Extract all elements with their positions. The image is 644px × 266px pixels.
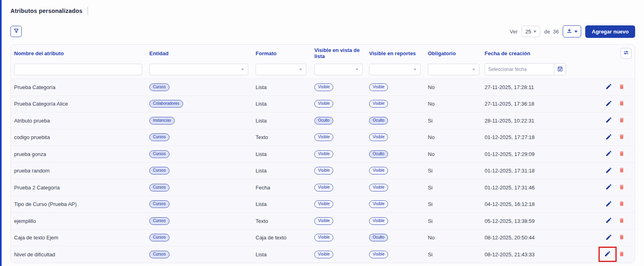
table-row: Atributo pruebaInstanciasListaOcultoOcul…	[11, 112, 635, 129]
table-row: Nivel de dificultadCursosListaVisibleVis…	[11, 246, 635, 263]
created-date-cell: 08-12-2025, 20:50:44	[485, 235, 594, 241]
delete-button[interactable]	[617, 99, 626, 109]
delete-button[interactable]	[617, 166, 626, 176]
edit-button[interactable]	[604, 99, 613, 109]
chevron-down-icon	[473, 69, 475, 70]
attribute-name-cell: Atributo prueba	[14, 118, 149, 124]
entity-badge: Cursos	[149, 83, 169, 91]
chevron-down-icon	[242, 69, 244, 70]
mandatory-cell: Si	[428, 185, 485, 191]
edit-button[interactable]	[604, 82, 613, 92]
page-size-value: 25	[525, 29, 531, 35]
created-date-cell: 05-12-2025, 13:38:59	[485, 218, 594, 224]
created-date-cell: 01-12-2025, 17:31:46	[485, 185, 594, 191]
attribute-name-cell: codigo pruebita	[14, 134, 149, 140]
download-icon	[566, 28, 572, 35]
edit-button[interactable]	[604, 115, 613, 126]
visibility-badge: Visible	[314, 167, 333, 175]
date-filter-input[interactable]	[485, 64, 554, 75]
trash-icon	[619, 200, 625, 208]
mandatory-cell: No	[428, 134, 485, 140]
add-new-button[interactable]: Agregar nuevo	[585, 25, 635, 38]
report-visibility-filter-select[interactable]	[369, 64, 421, 75]
column-header-entity: Entidad	[149, 50, 256, 56]
delete-button[interactable]	[617, 216, 626, 226]
entity-badge: Cursos	[149, 200, 169, 208]
page-size-select[interactable]: 25	[522, 26, 540, 37]
entity-badge: Cursos	[149, 133, 169, 141]
edit-button[interactable]	[603, 249, 612, 260]
mandatory-cell: Si	[428, 251, 485, 258]
entity-badge: Cursos	[149, 150, 169, 158]
name-filter-input[interactable]	[14, 64, 142, 75]
mandatory-cell: Si	[428, 118, 485, 124]
visibility-badge: Visible	[314, 150, 333, 158]
table-row: codigo pruebitaCursosTextoVisibleVisible…	[11, 129, 635, 146]
attribute-name-cell: prueba gonza	[14, 151, 149, 157]
format-cell: Lista	[256, 201, 314, 207]
attribute-name-cell: Prueba 2 Categoría	[14, 185, 149, 191]
title-divider	[87, 7, 88, 15]
download-button[interactable]	[563, 25, 581, 37]
edit-button[interactable]	[604, 216, 613, 226]
attribute-name-cell: Caja de texto Ejem	[14, 235, 149, 241]
format-cell: Lista	[256, 101, 314, 107]
created-date-cell: 27-11-2025, 17:28:11	[485, 84, 594, 90]
attribute-name-cell: prueba random	[14, 168, 149, 174]
list-visibility-filter-select[interactable]	[314, 64, 363, 75]
edit-button[interactable]	[604, 132, 613, 143]
visibility-badge: Visible	[369, 217, 388, 225]
delete-button[interactable]	[617, 82, 626, 92]
attribute-name-cell: Nivel de dificultad	[14, 251, 149, 258]
visibility-badge: Visible	[369, 200, 388, 208]
entity-badge: Instancias	[149, 117, 175, 125]
edit-button[interactable]	[604, 182, 613, 193]
delete-button[interactable]	[617, 183, 626, 193]
visibility-badge: Visible	[314, 200, 333, 208]
created-date-cell: 01-12-2025, 17:27:18	[485, 134, 594, 140]
delete-button[interactable]	[617, 233, 626, 243]
pencil-icon	[605, 133, 612, 141]
table-row: Caja de texto EjemCursosCaja de textoVis…	[11, 229, 635, 246]
delete-button[interactable]	[617, 199, 626, 209]
pencil-icon	[605, 234, 612, 242]
format-filter-select[interactable]	[256, 64, 306, 75]
trash-icon	[619, 133, 625, 141]
edit-button[interactable]	[604, 166, 613, 176]
pencil-icon	[604, 250, 611, 258]
page-header: Atributos personalizados	[10, 6, 635, 16]
format-cell: Lista	[256, 84, 314, 90]
mandatory-filter-select[interactable]	[428, 64, 479, 75]
created-date-cell: 08-12-2025, 21:43:33	[485, 251, 594, 258]
visibility-badge: Visible	[314, 234, 333, 241]
visibility-badge: Oculto	[314, 117, 333, 125]
highlight-annotation-box	[599, 247, 617, 262]
edit-button[interactable]	[604, 149, 613, 159]
column-header-report-visibility: Visible en reportes	[369, 50, 428, 56]
table-header-row: Nombre del atributo Entidad Formato Visi…	[11, 45, 635, 60]
entity-badge: Cursos	[149, 167, 169, 175]
sliders-icon	[623, 50, 629, 57]
edit-button[interactable]	[604, 233, 613, 243]
column-settings-button[interactable]	[621, 48, 632, 59]
attributes-table: Nombre del atributo Entidad Formato Visi…	[10, 44, 635, 263]
delete-button[interactable]	[617, 132, 626, 142]
mandatory-cell: No	[428, 101, 485, 107]
delete-button[interactable]	[617, 249, 626, 260]
calendar-button[interactable]	[554, 64, 566, 75]
delete-button[interactable]	[617, 116, 626, 126]
entity-filter-select[interactable]	[149, 64, 248, 75]
trash-icon	[619, 167, 625, 175]
trash-icon	[619, 100, 625, 108]
filter-button[interactable]	[10, 26, 22, 37]
visibility-badge: Visible	[314, 184, 333, 191]
edit-button[interactable]	[604, 199, 613, 210]
created-date-cell: 01-12-2025, 17:29:09	[485, 151, 594, 157]
visibility-badge: Oculto	[369, 234, 388, 241]
format-cell: Fecha	[256, 185, 314, 191]
trash-icon	[619, 184, 625, 191]
created-date-cell: 28-11-2025, 10:22:31	[485, 118, 594, 124]
delete-button[interactable]	[617, 149, 626, 159]
entity-badge: Cursos	[149, 251, 169, 258]
mandatory-cell: Si	[428, 218, 485, 224]
